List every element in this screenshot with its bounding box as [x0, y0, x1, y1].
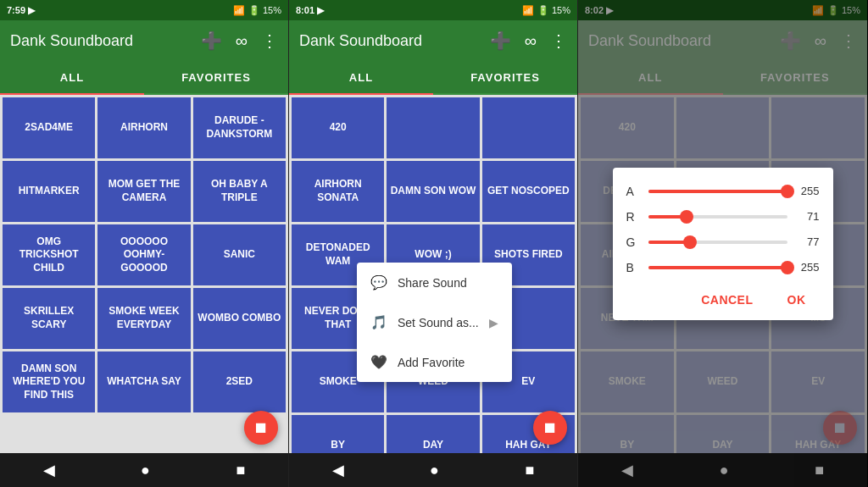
loop-icon-2[interactable]: ∞	[525, 31, 537, 51]
sound-oh-baby[interactable]: Oh Baby A Triple	[193, 161, 286, 222]
color-picker-dialog: A 255 R 71 G	[613, 168, 833, 320]
panel-3: 8:02 ▶ 📶 🔋 15% Dank Soundboard ➕ ∞ ⋮ ALL…	[578, 0, 867, 487]
sound-smoke-week[interactable]: SMOKE WEEK EVERYDAY	[97, 288, 190, 349]
slider-b[interactable]	[648, 266, 787, 269]
sound-day[interactable]: DAY	[387, 415, 479, 453]
sound-2sed[interactable]: 2SED	[193, 351, 286, 412]
slider-a-thumb	[781, 185, 794, 198]
sound-sanic[interactable]: Sanic	[193, 224, 286, 285]
context-set-sound[interactable]: 🎵 Set Sound as... ▶	[357, 302, 512, 342]
sound-damn-wow[interactable]: DAMN SON WOW	[387, 161, 479, 222]
tab-bar-1: ALL FAVORITES	[0, 61, 288, 95]
color-row-g: G 77	[626, 235, 820, 249]
channel-b-value: 255	[794, 261, 820, 274]
status-right-1: 📶 🔋 15%	[233, 5, 281, 16]
tab-favorites-2[interactable]: FAVORITES	[433, 61, 577, 93]
sound-by[interactable]: BY	[292, 415, 384, 453]
more-icon-1[interactable]: ⋮	[261, 30, 278, 51]
channel-r-value: 71	[794, 210, 820, 223]
tab-all-1[interactable]: ALL	[0, 61, 144, 93]
app-bar-1: Dank Soundboard ➕ ∞ ⋮	[0, 20, 288, 61]
status-time-1: 7:59 ▶	[7, 5, 35, 16]
tab-all-2[interactable]: ALL	[289, 61, 433, 93]
music-icon: 🎵	[370, 314, 387, 330]
cancel-button[interactable]: CANCEL	[687, 286, 766, 313]
dialog-overlay: A 255 R 71 G	[578, 0, 867, 487]
channel-a-value: 255	[794, 185, 820, 197]
sound-darude[interactable]: Darude - Dankstorm	[193, 97, 286, 158]
bottom-nav-1: ◀ ● ■	[0, 453, 288, 487]
home-btn-2[interactable]: ●	[430, 462, 439, 479]
status-right-2: 📶 🔋 15%	[522, 5, 570, 16]
slider-g-thumb	[683, 235, 697, 249]
context-favorite-label: Add Favorite	[398, 356, 465, 369]
ok-button[interactable]: OK	[774, 286, 820, 313]
heart-icon: 🖤	[370, 354, 387, 370]
signal-icon-2: 📶	[522, 5, 534, 16]
channel-g-label: G	[626, 235, 642, 249]
color-row-r: R 71	[626, 210, 820, 224]
app-title-1: Dank Soundboard	[10, 32, 201, 50]
sound-oooooo[interactable]: OOOOOO OOHMY-GOOOOD	[97, 224, 190, 285]
slider-b-thumb	[781, 261, 794, 274]
dialog-buttons: CANCEL OK	[626, 286, 820, 313]
sound-omg[interactable]: OMG TRICKSHOT CHILD	[3, 224, 95, 285]
sound-wombo[interactable]: WOMBO COMBO	[193, 288, 286, 349]
sound-hitmarker[interactable]: HITMARKER	[3, 161, 95, 222]
share-icon: 💬	[370, 274, 387, 291]
sound-skrillex[interactable]: Skrillex Scary	[3, 288, 95, 349]
add-icon-1[interactable]: ➕	[201, 30, 222, 51]
battery-icon: 🔋 15%	[248, 5, 281, 16]
sound-mom[interactable]: MOM GET THE CAMERA	[97, 161, 190, 222]
channel-b-label: B	[626, 261, 642, 274]
battery-icon-2: 🔋 15%	[537, 5, 570, 16]
add-icon-2[interactable]: ➕	[490, 30, 511, 51]
status-bar-2: 8:01 ▶ 📶 🔋 15%	[289, 0, 577, 20]
arrow-icon: ▶	[489, 316, 498, 329]
back-btn-1[interactable]: ◀	[43, 461, 55, 479]
slider-r[interactable]	[648, 215, 787, 219]
app-bar-2: Dank Soundboard ➕ ∞ ⋮	[289, 20, 577, 61]
status-bar-1: 7:59 ▶ 📶 🔋 15%	[0, 0, 288, 20]
channel-a-label: A	[626, 185, 642, 198]
home-btn-1[interactable]: ●	[141, 462, 150, 479]
panel-1: 7:59 ▶ 📶 🔋 15% Dank Soundboard ➕ ∞ ⋮ ALL…	[0, 0, 289, 487]
loop-icon-1[interactable]: ∞	[236, 31, 248, 51]
color-row-a: A 255	[626, 185, 820, 198]
fab-stop-2[interactable]: ⏹	[533, 411, 567, 445]
back-btn-2[interactable]: ◀	[332, 461, 344, 479]
fab-stop-1[interactable]: ⏹	[244, 411, 278, 445]
sound-get-noscoped[interactable]: GET NOSCOPED	[482, 161, 575, 222]
color-row-b: B 255	[626, 261, 820, 274]
slider-a-fill	[648, 190, 787, 193]
status-time-2: 8:01 ▶	[296, 5, 324, 16]
recents-btn-2[interactable]: ■	[525, 462, 534, 479]
slider-r-thumb	[680, 210, 693, 224]
context-favorite[interactable]: 🖤 Add Favorite	[357, 342, 512, 382]
sound-grid-1: 2SAD4ME AIRHORN Darude - Dankstorm HITMA…	[0, 95, 288, 453]
context-share-label: Share Sound	[398, 276, 467, 290]
panel-2: 8:01 ▶ 📶 🔋 15% Dank Soundboard ➕ ∞ ⋮ ALL…	[289, 0, 578, 487]
slider-a[interactable]	[648, 190, 787, 193]
sound-detonaded[interactable]: AIRHORN SONATA	[292, 161, 384, 222]
tab-favorites-1[interactable]: FAVORITES	[144, 61, 288, 93]
channel-g-value: 77	[794, 235, 820, 248]
sound-420[interactable]: 420	[292, 97, 384, 158]
slider-g[interactable]	[648, 241, 787, 244]
context-set-label: Set Sound as...	[398, 316, 479, 329]
channel-r-label: R	[626, 210, 642, 224]
sound-empty-1[interactable]	[387, 97, 479, 158]
sound-2sad4me[interactable]: 2SAD4ME	[3, 97, 95, 158]
app-title-2: Dank Soundboard	[299, 32, 490, 50]
tab-bar-2: ALL FAVORITES	[289, 61, 577, 95]
sound-empty-2[interactable]	[482, 97, 575, 158]
bottom-nav-2: ◀ ● ■	[289, 453, 577, 487]
slider-b-fill	[648, 266, 787, 269]
recents-btn-1[interactable]: ■	[236, 462, 245, 479]
signal-icon: 📶	[233, 5, 245, 16]
sound-airhorn[interactable]: AIRHORN	[97, 97, 190, 158]
sound-damn-son[interactable]: DAMN SON WHERE'D YOU FIND THIS	[3, 351, 95, 412]
context-share[interactable]: 💬 Share Sound	[357, 263, 512, 302]
more-icon-2[interactable]: ⋮	[550, 30, 567, 51]
sound-whatcha[interactable]: Whatcha Say	[97, 351, 190, 412]
